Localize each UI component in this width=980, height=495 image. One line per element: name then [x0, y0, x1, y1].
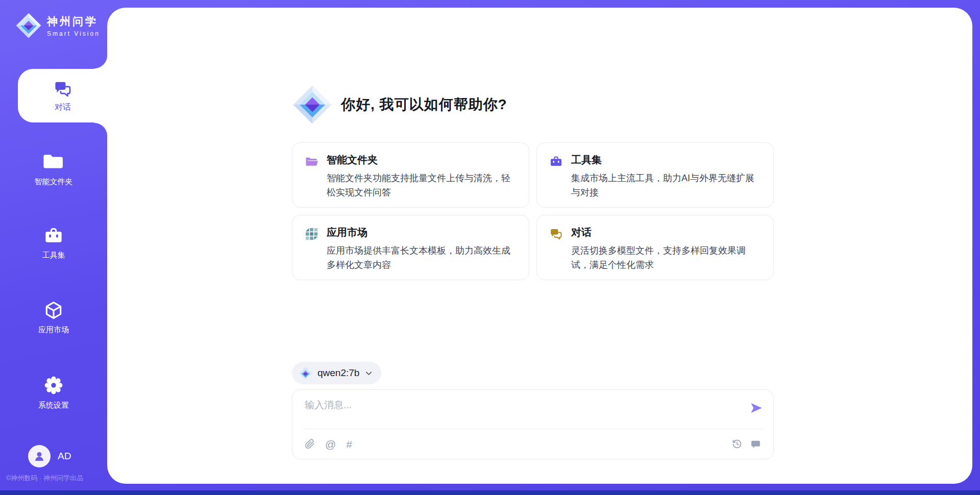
card-smart-folder[interactable]: 智能文件夹 智能文件夹功能支持批量文件上传与清洗，轻松实现文件问答: [292, 142, 529, 208]
sidebar-item-chat[interactable]: 对话: [18, 69, 108, 122]
sidebar-item-label: 应用市场: [38, 325, 69, 335]
card-title: 智能文件夹: [327, 153, 517, 167]
card-desc: 集成市场上主流工具，助力AI与外界无缝扩展与对接: [571, 171, 761, 200]
greeting: 你好, 我可以如何帮助你?: [292, 84, 774, 125]
message-icon: [750, 439, 761, 450]
card-title: 对话: [571, 226, 761, 239]
model-diamond-icon: [299, 366, 312, 380]
greeting-text: 你好, 我可以如何帮助你?: [341, 95, 507, 114]
hash-icon[interactable]: #: [346, 439, 352, 450]
user-name: AD: [58, 451, 71, 462]
card-desc: 智能文件夹功能支持批量文件上传与清洗，轻松实现文件问答: [327, 171, 517, 200]
app-logo: 神州问学 Smart Vision: [15, 12, 100, 39]
grid-icon: [305, 227, 318, 241]
feedback-button[interactable]: [750, 439, 761, 450]
history-icon: [732, 439, 742, 449]
avatar: [28, 445, 51, 467]
bottom-bar: [0, 490, 980, 495]
card-desc: 应用市场提供丰富长文本模板，助力高效生成多样化文章内容: [327, 243, 517, 272]
brand-diamond-icon: [15, 12, 42, 39]
toolbox-icon: [549, 155, 563, 168]
person-icon: [33, 450, 46, 463]
gear-icon: [43, 375, 64, 396]
at-sign-icon[interactable]: @: [325, 439, 336, 450]
model-selector[interactable]: qwen2:7b: [292, 362, 381, 384]
brand-name-cn: 神州问学: [47, 14, 100, 29]
folder-open-icon: [305, 155, 318, 168]
card-desc: 灵活切换多模型文件，支持多样回复效果调试，满足个性化需求: [571, 243, 761, 272]
chat-icon: [549, 227, 563, 241]
footer-credit: ©神州数码 · 神州问学出品: [6, 474, 83, 483]
sidebar-item-toolset[interactable]: 工具集: [0, 226, 107, 260]
sidebar-item-label: 系统设置: [38, 401, 69, 410]
sidebar-item-settings[interactable]: 系统设置: [0, 375, 107, 410]
tab-curve-top: [94, 55, 108, 69]
send-icon: [749, 401, 763, 415]
shortcut-cards: 智能文件夹 智能文件夹功能支持批量文件上传与清洗，轻松实现文件问答 工具集 集成…: [292, 142, 774, 280]
sidebar-item-label: 工具集: [42, 251, 65, 260]
brand-name-en: Smart Vision: [47, 30, 100, 37]
folder-icon: [42, 150, 65, 172]
model-name: qwen2:7b: [317, 367, 359, 379]
card-chat[interactable]: 对话 灵活切换多模型文件，支持多样回复效果调试，满足个性化需求: [536, 215, 774, 280]
card-toolset[interactable]: 工具集 集成市场上主流工具，助力AI与外界无缝扩展与对接: [536, 142, 774, 208]
page: 神州问学 Smart Vision 对话 智能文件夹: [0, 0, 980, 495]
card-app-market[interactable]: 应用市场 应用市场提供丰富长文本模板，助力高效生成多样化文章内容: [292, 215, 529, 280]
sidebar-item-app-market[interactable]: 应用市场: [0, 300, 107, 335]
paperclip-icon: [305, 439, 315, 449]
sidebar-item-label: 对话: [55, 102, 71, 113]
toolbox-icon: [43, 226, 64, 246]
attach-button[interactable]: [305, 439, 315, 449]
chevron-down-icon: [364, 369, 373, 378]
user-chip[interactable]: AD: [28, 445, 71, 467]
chat-icon: [53, 79, 72, 98]
history-button[interactable]: [732, 439, 742, 449]
card-title: 应用市场: [327, 226, 517, 239]
tab-curve-bottom: [94, 122, 108, 136]
sidebar-item-smart-folder[interactable]: 智能文件夹: [0, 150, 107, 187]
send-button[interactable]: [749, 401, 763, 415]
cube-icon: [43, 300, 64, 320]
card-title: 工具集: [571, 153, 761, 167]
sidebar-item-label: 智能文件夹: [35, 177, 73, 187]
greeting-diamond-icon: [292, 84, 333, 125]
message-input[interactable]: [305, 400, 733, 411]
main-panel: 你好, 我可以如何帮助你? 智能文件夹 智能文件夹功能支持批量文件上传与清洗，轻…: [107, 8, 972, 484]
composer: @ #: [292, 389, 774, 459]
